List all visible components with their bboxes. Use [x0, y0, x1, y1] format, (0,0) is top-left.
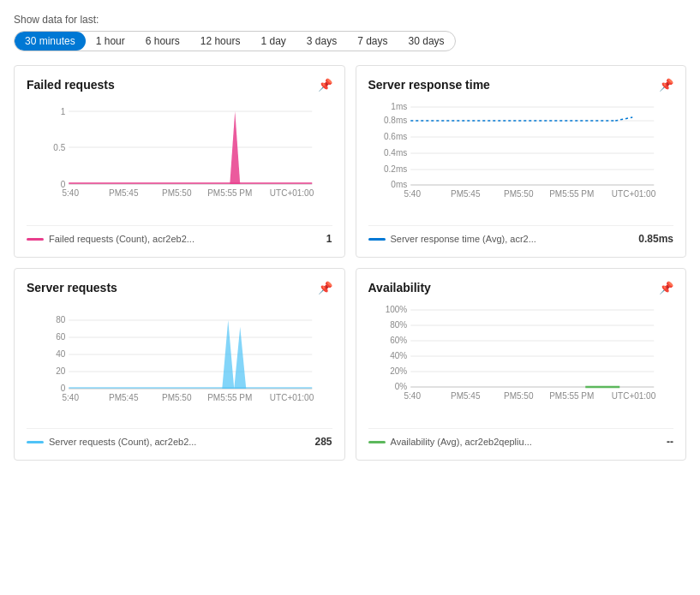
card-server-requests: Server requests📌8060402005:40PM5:45PM5:5…: [14, 268, 345, 461]
svg-text:UTC+01:00: UTC+01:00: [611, 189, 655, 199]
legend-text-availability: Availability (Avg), acr2eb2qepliu...: [391, 437, 532, 447]
chart-legend-server-requests: Server requests (Count), acr2eb2...285: [27, 428, 332, 448]
legend-value-server-response-time: 0.85ms: [638, 233, 673, 245]
svg-text:PM5:50: PM5:50: [162, 188, 192, 198]
time-filter-section: Show data for last: 30 minutes1 hour6 ho…: [14, 14, 686, 51]
legend-value-failed-requests: 1: [326, 233, 332, 245]
pin-icon-server-requests[interactable]: 📌: [318, 281, 332, 295]
time-btn-30-minutes[interactable]: 30 minutes: [15, 32, 86, 51]
chart-svg-server-requests: 8060402005:40PM5:45PM5:50PM5:55 PMUTC+01…: [27, 301, 332, 421]
card-header-server-requests: Server requests📌: [27, 281, 332, 295]
svg-marker-45: [234, 327, 246, 389]
svg-text:0ms: 0ms: [391, 180, 407, 189]
svg-text:PM5:55 PM: PM5:55 PM: [207, 188, 252, 198]
card-title-availability: Availability: [368, 281, 431, 295]
svg-text:5:40: 5:40: [63, 393, 80, 402]
svg-text:0.5: 0.5: [53, 143, 65, 152]
card-title-server-response-time: Server response time: [368, 78, 490, 92]
card-availability: Availability📌100%80%60%40%20%0%5:40PM5:4…: [356, 268, 687, 461]
svg-text:PM5:50: PM5:50: [162, 393, 192, 402]
svg-text:UTC+01:00: UTC+01:00: [270, 188, 314, 198]
svg-text:80: 80: [56, 315, 66, 324]
svg-text:5:40: 5:40: [404, 189, 421, 199]
chart-svg-failed-requests: 10.505:40PM5:45PM5:50PM5:55 PMUTC+01:00: [27, 98, 332, 218]
pin-icon-availability[interactable]: 📌: [659, 281, 673, 295]
chart-svg-server-response-time: 1ms0.8ms0.6ms0.4ms0.2ms0ms5:40PM5:45PM5:…: [368, 98, 674, 218]
svg-text:PM5:45: PM5:45: [109, 393, 139, 402]
legend-left-server-requests: Server requests (Count), acr2eb2...: [27, 437, 196, 447]
legend-text-server-response-time: Server response time (Avg), acr2...: [391, 234, 536, 244]
svg-text:0.8ms: 0.8ms: [384, 116, 407, 125]
legend-line-server-requests: [27, 441, 44, 443]
chart-area-availability: 100%80%60%40%20%0%5:40PM5:45PM5:50PM5:55…: [368, 301, 674, 421]
svg-text:40%: 40%: [390, 351, 407, 360]
time-btn-1-hour[interactable]: 1 hour: [86, 32, 135, 51]
svg-text:PM5:45: PM5:45: [109, 188, 139, 198]
chart-area-failed-requests: 10.505:40PM5:45PM5:50PM5:55 PMUTC+01:00: [27, 98, 332, 218]
card-failed-requests: Failed requests📌10.505:40PM5:45PM5:50PM5…: [14, 65, 345, 258]
svg-text:60%: 60%: [390, 336, 407, 345]
svg-text:5:40: 5:40: [404, 391, 421, 401]
legend-line-failed-requests: [27, 238, 44, 241]
card-header-server-response-time: Server response time📌: [368, 78, 674, 92]
time-filter-bar: 30 minutes1 hour6 hours12 hours1 day3 da…: [14, 31, 456, 51]
svg-text:60: 60: [56, 332, 66, 342]
legend-text-server-requests: Server requests (Count), acr2eb2...: [49, 437, 196, 447]
svg-text:PM5:50: PM5:50: [504, 189, 534, 199]
svg-text:0%: 0%: [394, 382, 407, 391]
card-title-failed-requests: Failed requests: [27, 78, 115, 92]
svg-text:20%: 20%: [390, 366, 407, 376]
svg-text:40: 40: [56, 349, 66, 359]
time-btn-7-days[interactable]: 7 days: [347, 32, 398, 51]
svg-text:5:40: 5:40: [63, 188, 80, 198]
svg-text:80%: 80%: [390, 320, 407, 330]
svg-text:PM5:55 PM: PM5:55 PM: [549, 391, 594, 401]
legend-left-availability: Availability (Avg), acr2eb2qepliu...: [368, 437, 532, 447]
svg-text:100%: 100%: [385, 305, 407, 314]
legend-left-failed-requests: Failed requests (Count), acr2eb2...: [27, 234, 194, 244]
chart-legend-server-response-time: Server response time (Avg), acr2...0.85m…: [368, 225, 674, 245]
svg-text:PM5:55 PM: PM5:55 PM: [207, 393, 252, 402]
chart-svg-availability: 100%80%60%40%20%0%5:40PM5:45PM5:50PM5:55…: [368, 301, 674, 421]
svg-text:0.2ms: 0.2ms: [384, 164, 407, 174]
card-header-availability: Availability📌: [368, 281, 674, 295]
legend-value-availability: --: [667, 436, 673, 448]
svg-text:1: 1: [61, 107, 66, 116]
chart-legend-failed-requests: Failed requests (Count), acr2eb2...1: [27, 225, 332, 245]
svg-text:PM5:45: PM5:45: [451, 391, 481, 401]
time-btn-1-day[interactable]: 1 day: [250, 32, 296, 51]
svg-text:1ms: 1ms: [391, 102, 407, 111]
svg-text:UTC+01:00: UTC+01:00: [611, 391, 655, 401]
svg-text:PM5:50: PM5:50: [504, 391, 534, 401]
legend-text-failed-requests: Failed requests (Count), acr2eb2...: [49, 234, 194, 244]
chart-area-server-requests: 8060402005:40PM5:45PM5:50PM5:55 PMUTC+01…: [27, 301, 332, 421]
svg-text:0.4ms: 0.4ms: [384, 148, 407, 158]
pin-icon-failed-requests[interactable]: 📌: [318, 78, 332, 92]
time-btn-12-hours[interactable]: 12 hours: [190, 32, 251, 51]
legend-left-server-response-time: Server response time (Avg), acr2...: [368, 234, 536, 244]
show-label: Show data for last:: [14, 14, 686, 26]
charts-grid: Failed requests📌10.505:40PM5:45PM5:50PM5…: [14, 65, 686, 461]
card-server-response-time: Server response time📌1ms0.8ms0.6ms0.4ms0…: [356, 65, 687, 258]
svg-text:0: 0: [61, 384, 66, 393]
card-title-server-requests: Server requests: [27, 281, 117, 295]
svg-text:UTC+01:00: UTC+01:00: [270, 393, 314, 402]
time-btn-30-days[interactable]: 30 days: [398, 32, 455, 51]
chart-area-server-response-time: 1ms0.8ms0.6ms0.4ms0.2ms0ms5:40PM5:45PM5:…: [368, 98, 674, 218]
chart-legend-availability: Availability (Avg), acr2eb2qepliu...--: [368, 428, 674, 448]
svg-text:0.6ms: 0.6ms: [384, 132, 407, 141]
svg-text:PM5:55 PM: PM5:55 PM: [549, 189, 594, 199]
svg-text:PM5:45: PM5:45: [451, 189, 481, 199]
time-btn-6-hours[interactable]: 6 hours: [135, 32, 190, 51]
card-header-failed-requests: Failed requests📌: [27, 78, 332, 92]
svg-text:20: 20: [56, 366, 66, 376]
pin-icon-server-response-time[interactable]: 📌: [659, 78, 673, 92]
legend-value-server-requests: 285: [314, 436, 332, 448]
time-btn-3-days[interactable]: 3 days: [296, 32, 347, 51]
legend-line-availability: [368, 441, 386, 443]
legend-line-server-response-time: [368, 238, 386, 241]
